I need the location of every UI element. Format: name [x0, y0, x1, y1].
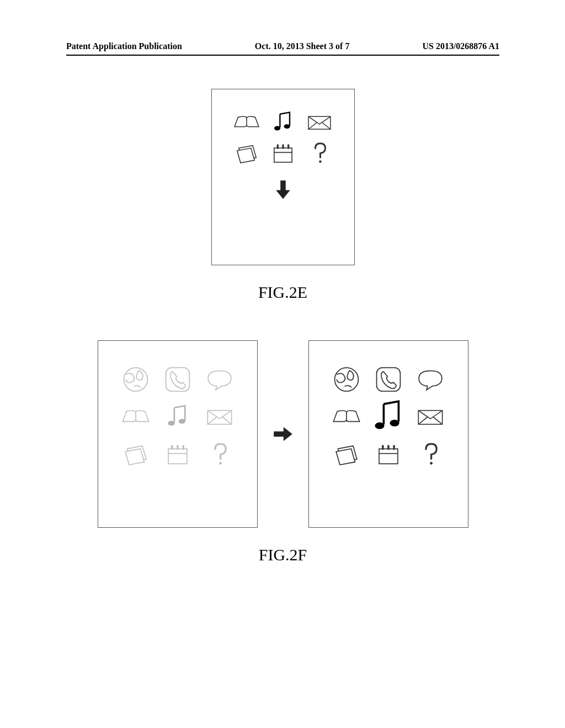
header-date-sheet: Oct. 10, 2013 Sheet 3 of 7: [255, 41, 350, 51]
icon-grid-2f-right: [327, 363, 450, 471]
notes-icon: [333, 443, 360, 466]
header-divider: [66, 55, 499, 56]
phone-icon: [375, 366, 402, 393]
speech-icon: [205, 368, 234, 391]
device-screen-2f-left: [98, 340, 258, 528]
icon-grid-2e: [231, 109, 335, 167]
fig-2f-caption: FIG.2F: [66, 545, 499, 564]
question-icon: [422, 442, 439, 467]
calendar-icon: [166, 443, 190, 466]
book-icon: [121, 407, 151, 427]
patent-page: Patent Application Publication Oct. 10, …: [66, 41, 499, 687]
question-icon: [211, 442, 228, 467]
music-icon: [272, 111, 294, 133]
arrow-right-icon: [272, 425, 294, 443]
music-icon: [166, 405, 190, 429]
device-screen-2f-right: [308, 340, 468, 528]
calendar-icon: [376, 443, 401, 466]
globe-icon: [122, 366, 150, 393]
notes-icon: [122, 443, 149, 466]
book-icon: [332, 407, 361, 427]
music-icon-selected: [375, 404, 402, 430]
envelope-icon: [307, 114, 332, 131]
notes-icon: [234, 142, 259, 164]
fig-2f: [66, 340, 499, 528]
header-publication: Patent Application Publication: [66, 41, 182, 51]
speech-icon: [416, 368, 445, 391]
arrow-down-icon: [274, 178, 292, 202]
calendar-icon: [271, 142, 295, 164]
phone-icon: [164, 366, 191, 393]
header-patent-id: US 2013/0268876 A1: [422, 41, 499, 51]
fig-2e-caption: FIG.2E: [66, 283, 499, 302]
question-icon: [311, 141, 328, 165]
envelope-icon: [206, 408, 233, 426]
figures-area: FIG.2E: [66, 89, 499, 564]
page-header: Patent Application Publication Oct. 10, …: [66, 41, 499, 51]
globe-icon: [333, 366, 360, 393]
device-screen-2e: [211, 89, 355, 265]
envelope-icon: [417, 408, 444, 426]
book-icon: [233, 113, 260, 132]
icon-grid-2f-left: [116, 363, 239, 471]
fig-2e: [66, 89, 499, 265]
